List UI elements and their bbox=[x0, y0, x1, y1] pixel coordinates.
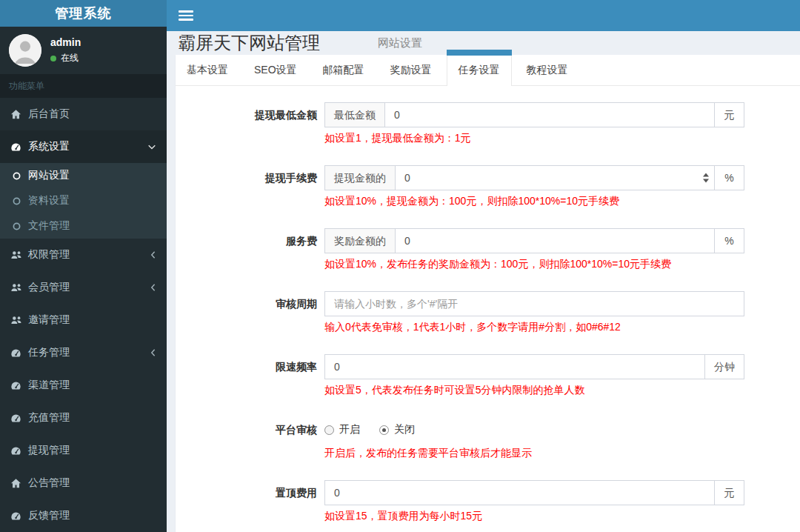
sidebar-item-label: 系统设置 bbox=[28, 140, 70, 153]
form-row-service-fee: 服务费奖励金额的%如设置10%，发布任务的奖励金额为：100元，则扣除100*1… bbox=[176, 228, 800, 271]
input-wrap bbox=[325, 292, 744, 316]
form-row-platform-review: 平台审核开启关闭开启后，发布的任务需要平台审核后才能显示 bbox=[176, 417, 800, 460]
sidebar-subitem-label: 文件管理 bbox=[28, 219, 70, 233]
number-spinner[interactable] bbox=[703, 173, 709, 183]
tab-seo[interactable]: SEO设置 bbox=[243, 55, 308, 85]
review-cycle-input-group bbox=[324, 291, 744, 316]
radio-option-label: 关闭 bbox=[394, 423, 415, 436]
radio-option-label: 开启 bbox=[339, 423, 360, 436]
user-name: admin bbox=[50, 36, 81, 48]
avatar bbox=[9, 34, 41, 67]
user-panel: admin 在线 bbox=[0, 27, 167, 74]
settings-box: 基本设置SEO设置邮箱配置奖励设置任务设置教程设置 提现最低金额最低金额元如设置… bbox=[176, 55, 800, 532]
top-fee-input[interactable] bbox=[325, 481, 714, 505]
sidebar-item-label: 提现管理 bbox=[28, 444, 70, 457]
sidebar-section-label: 功能菜单 bbox=[0, 74, 167, 98]
form-hint-rate-limit: 如设置5，代表发布任务时可设置5分钟内限制的抢单人数 bbox=[324, 384, 744, 397]
sidebar-item-permission-management[interactable]: 权限管理 bbox=[0, 239, 167, 271]
gauge-icon bbox=[10, 445, 28, 456]
sidebar-item-label: 会员管理 bbox=[28, 281, 70, 294]
app-logo[interactable]: 管理系统 bbox=[0, 0, 167, 27]
chevron-left-icon bbox=[150, 283, 156, 292]
input-append-label: % bbox=[714, 166, 744, 190]
app-layout: 管理系统 admin 在线 功能菜单 后台首页系统设置网站设置资料设置文件管理权… bbox=[0, 0, 800, 532]
sidebar-item-member-management[interactable]: 会员管理 bbox=[0, 271, 167, 304]
chevron-left-icon bbox=[150, 250, 156, 259]
radio-button-icon[interactable] bbox=[324, 425, 334, 435]
form-label-rate-limit: 限速频率 bbox=[176, 354, 324, 397]
sidebar-item-feedback-management[interactable]: 反馈管理 bbox=[0, 499, 167, 532]
users-icon bbox=[10, 315, 28, 325]
form-label-platform-review: 平台审核 bbox=[176, 417, 324, 460]
sidebar-item-label: 任务管理 bbox=[28, 346, 70, 359]
form-hint-platform-review: 开启后，发布的任务需要平台审核后才能显示 bbox=[324, 447, 744, 460]
home-icon bbox=[10, 478, 28, 489]
input-prepend-label: 奖励金额的 bbox=[325, 229, 396, 253]
users-icon bbox=[10, 250, 28, 260]
review-cycle-input[interactable] bbox=[325, 292, 744, 316]
form-label-service-fee: 服务费 bbox=[176, 228, 324, 271]
gauge-icon bbox=[10, 413, 28, 424]
settings-form: 提现最低金额最低金额元如设置1，提现最低金额为：1元提现手续费提现金额的%如设置… bbox=[176, 86, 800, 532]
form-hint-review-cycle: 输入0代表免审核，1代表1小时，多个数字请用#分割，如0#6#12 bbox=[324, 321, 744, 334]
rate-limit-input-group: 分钟 bbox=[324, 354, 744, 379]
sidebar-subitem-label: 网站设置 bbox=[28, 169, 70, 182]
tab-task[interactable]: 任务设置 bbox=[447, 55, 512, 86]
tab-tutorial[interactable]: 教程设置 bbox=[516, 55, 579, 85]
platform-review-radio-option[interactable]: 关闭 bbox=[379, 423, 415, 436]
sidebar-subitem-file-management[interactable]: 文件管理 bbox=[0, 213, 167, 239]
sidebar-item-label: 权限管理 bbox=[28, 248, 70, 262]
circle-icon bbox=[13, 197, 28, 205]
online-status-dot bbox=[50, 56, 56, 61]
service-fee-input-group: 奖励金额的% bbox=[324, 228, 744, 253]
gauge-icon bbox=[10, 511, 28, 522]
service-fee-input[interactable] bbox=[396, 229, 714, 253]
input-wrap bbox=[396, 166, 714, 190]
form-row-rate-limit: 限速频率分钟如设置5，代表发布任务时可设置5分钟内限制的抢单人数 bbox=[176, 354, 800, 397]
radio-button-icon[interactable] bbox=[379, 425, 389, 435]
form-label-min-withdraw-amount: 提现最低金额 bbox=[176, 102, 324, 145]
form-label-withdraw-fee: 提现手续费 bbox=[176, 165, 324, 208]
sidebar-item-task-management[interactable]: 任务管理 bbox=[0, 336, 167, 369]
top-navbar bbox=[167, 0, 800, 31]
form-controls-min-withdraw-amount: 最低金额元如设置1，提现最低金额为：1元 bbox=[324, 102, 744, 145]
form-controls-service-fee: 奖励金额的%如设置10%，发布任务的奖励金额为：100元，则扣除100*10%=… bbox=[324, 228, 744, 271]
tab-reward[interactable]: 奖励设置 bbox=[379, 55, 443, 85]
sidebar-item-home[interactable]: 后台首页 bbox=[0, 98, 167, 130]
hamburger-icon bbox=[179, 10, 193, 13]
form-controls-platform-review: 开启关闭开启后，发布的任务需要平台审核后才能显示 bbox=[324, 417, 744, 460]
min-withdraw-amount-input[interactable] bbox=[385, 103, 714, 127]
sidebar-item-label: 公告管理 bbox=[28, 476, 70, 490]
home-icon bbox=[10, 109, 28, 120]
content-wrapper: 霸屏天下网站管理 网站设置 基本设置SEO设置邮箱配置奖励设置任务设置教程设置 … bbox=[167, 31, 800, 532]
tab-email[interactable]: 邮箱配置 bbox=[312, 55, 376, 85]
top-fee-input-group: 元 bbox=[324, 480, 744, 505]
tab-basic[interactable]: 基本设置 bbox=[176, 55, 239, 85]
app-title: 管理系统 bbox=[56, 4, 112, 22]
chevron-left-icon bbox=[150, 348, 156, 357]
sidebar-item-channel-management[interactable]: 渠道管理 bbox=[0, 369, 167, 402]
sidebar-subitem-website-settings[interactable]: 网站设置 bbox=[0, 163, 167, 188]
min-withdraw-amount-input-group: 最低金额元 bbox=[324, 102, 744, 127]
withdraw-fee-input-group: 提现金额的% bbox=[324, 165, 744, 190]
sidebar-item-system-settings[interactable]: 系统设置 bbox=[0, 130, 167, 163]
sidebar-toggle-button[interactable] bbox=[179, 10, 193, 21]
tabs-bar: 基本设置SEO设置邮箱配置奖励设置任务设置教程设置 bbox=[176, 55, 800, 86]
rate-limit-input[interactable] bbox=[325, 355, 704, 379]
sidebar-item-announcement-management[interactable]: 公告管理 bbox=[0, 467, 167, 499]
circle-icon bbox=[13, 222, 28, 230]
users-icon bbox=[10, 282, 28, 293]
sidebar-item-invite-management[interactable]: 邀请管理 bbox=[0, 304, 167, 336]
sidebar-item-withdraw-management[interactable]: 提现管理 bbox=[0, 434, 167, 467]
sidebar-item-recharge-management[interactable]: 充值管理 bbox=[0, 402, 167, 434]
form-label-top-fee: 置顶费用 bbox=[176, 480, 324, 523]
withdraw-fee-input[interactable] bbox=[396, 166, 714, 190]
platform-review-radio-option[interactable]: 开启 bbox=[324, 423, 360, 436]
input-append-label: 分钟 bbox=[704, 355, 744, 379]
user-status: 在线 bbox=[50, 52, 81, 64]
sidebar-subitem-profile-settings[interactable]: 资料设置 bbox=[0, 188, 167, 213]
sidebar-menu: 后台首页系统设置网站设置资料设置文件管理权限管理会员管理邀请管理任务管理渠道管理… bbox=[0, 98, 167, 532]
input-prepend-label: 最低金额 bbox=[325, 103, 385, 127]
input-wrap bbox=[325, 355, 704, 379]
input-append-label: 元 bbox=[714, 103, 744, 127]
